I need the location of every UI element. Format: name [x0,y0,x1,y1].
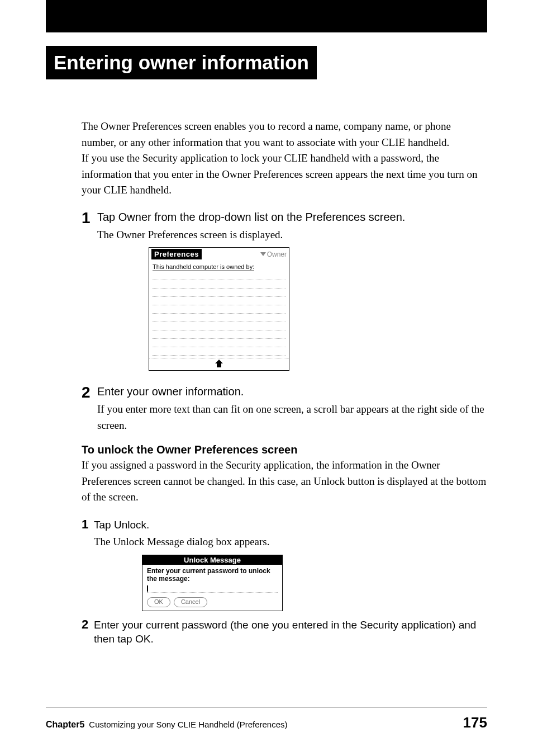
preferences-screenshot: Preferences Owner This handheld computer… [149,247,289,371]
unlock-step-1-caption: The Unlock Message dialog box appears. [94,534,487,550]
unlock-step-number-2: 2 [82,618,94,631]
unlock-step-number-1: 1 [82,518,94,531]
svg-marker-1 [215,360,223,367]
step-2-instruction: Enter your owner information. [97,384,487,399]
prefs-category-dropdown[interactable]: Owner [260,251,287,258]
page-title: Entering owner information [46,46,317,79]
owner-input-line[interactable] [153,305,285,314]
footer-page-number: 175 [463,714,487,731]
dropdown-arrow-icon [260,252,266,256]
step-1-caption: The Owner Preferences screen is displaye… [97,227,487,243]
prefs-prompt: This handheld computer is owned by: [153,263,254,271]
owner-input-line[interactable] [153,297,285,305]
footer-title: Customizing your Sony CLIE Handheld (Pre… [89,720,287,729]
step-number-1: 1 [82,210,97,227]
unlock-paragraph: If you assigned a password in the Securi… [82,457,487,505]
footer-chapter: Chapter5 [46,720,84,730]
unlock-dialog-title: Unlock Message [142,555,282,565]
text-cursor [147,585,148,592]
header-band [46,0,487,32]
owner-input-line[interactable] [153,322,285,330]
owner-input-line[interactable] [153,330,285,339]
ok-button[interactable]: OK [147,597,170,607]
intro-paragraph-1: The Owner Preferences screen enables you… [82,119,487,150]
intro-paragraph-2: If you use the Security application to l… [82,150,487,199]
prefs-app-title: Preferences [151,249,202,259]
owner-input-line[interactable] [153,289,285,297]
owner-input-line[interactable] [153,314,285,322]
home-icon[interactable] [215,360,223,369]
owner-input-line[interactable] [153,280,285,289]
step-1-instruction: Tap Owner from the drop-down list on the… [97,210,487,225]
page-footer: Chapter5 Customizing your Sony CLIE Hand… [46,707,487,731]
unlock-dialog-prompt: Enter your current password to unlock th… [147,567,278,583]
owner-input-line[interactable] [153,272,285,280]
unlock-step-2-instruction: Enter your current password (the one you… [94,618,487,646]
cancel-button[interactable]: Cancel [174,597,207,607]
unlock-dialog-screenshot: Unlock Message Enter your current passwo… [142,555,283,611]
unlock-step-1-instruction: Tap Unlock. [94,518,487,532]
svg-marker-0 [260,252,266,256]
unlock-password-input[interactable] [147,584,278,593]
step-2-caption: If you enter more text than can fit on o… [97,401,487,433]
unlock-subheading: To unlock the Owner Preferences screen [82,443,487,456]
prefs-dropdown-label: Owner [267,251,287,258]
owner-input-line[interactable] [153,339,285,347]
owner-input-line[interactable] [153,347,285,356]
step-number-2: 2 [82,384,97,401]
